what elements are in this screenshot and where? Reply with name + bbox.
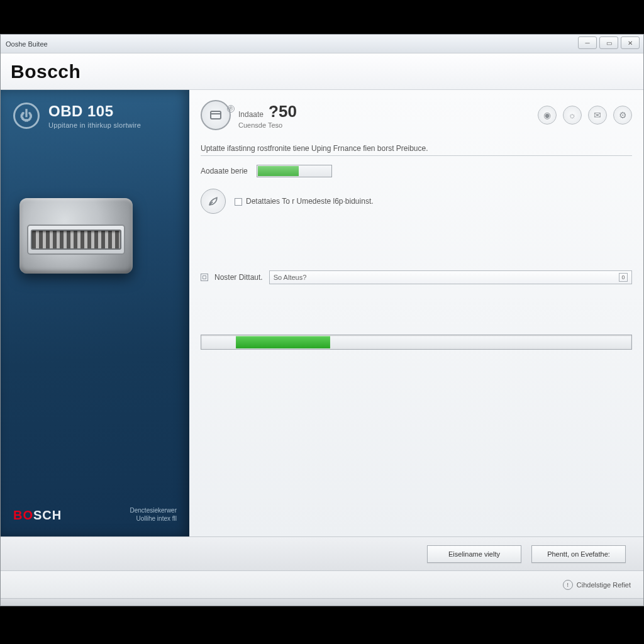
notice-row: Detattaies To r Umedeste l6p·biduinst.: [201, 189, 632, 214]
field-icon: [201, 274, 208, 281]
status-icon: !: [563, 580, 573, 590]
app-window: Ooshe Buitee ─ ▭ ✕ Boscch ⏻ OBD 105 Uppi…: [0, 34, 644, 606]
main-panel: ® Indaate ?50 Cuensde Teso ◉ ☼ ✉ ⚙ Uptat…: [189, 90, 643, 536]
status-bar: ! Cihdelstige Refiet: [1, 570, 643, 598]
header-small-2: Cuensde Teso: [238, 121, 297, 129]
update-icon: ®: [201, 100, 231, 130]
update-label: Aodaate berie: [201, 167, 248, 175]
window-controls: ─ ▭ ✕: [578, 36, 640, 49]
update-row: Aodaate berie: [201, 165, 632, 177]
brand-header: Boscch: [1, 53, 643, 90]
notice-checkbox[interactable]: [235, 198, 242, 206]
primary-button[interactable]: Phentt, on Evefathe:: [531, 545, 626, 563]
close-button[interactable]: ✕: [621, 36, 640, 49]
bosch-logo: BOSCH: [13, 508, 62, 523]
field-input[interactable]: So Alteus? 0: [269, 270, 632, 284]
tool-icon-3[interactable]: ✉: [588, 106, 607, 125]
mini-progress: [257, 165, 332, 177]
field-stepper[interactable]: 0: [619, 273, 628, 282]
section-title: Uptatte ifastinng rostfronite tiene Upin…: [201, 144, 632, 156]
main-progress: [201, 335, 632, 350]
titlebar: Ooshe Buitee ─ ▭ ✕: [1, 35, 643, 53]
tool-icon-4[interactable]: ⚙: [613, 106, 632, 125]
svg-rect-0: [211, 111, 221, 119]
button-bar: Eiseliname vielty Phentt, on Evefathe:: [1, 536, 643, 570]
product-title: OBD 105: [48, 103, 141, 120]
header-icon-group: ◉ ☼ ✉ ⚙: [538, 106, 632, 125]
notice-text: Detattaies To r Umedeste l6p·biduinst.: [246, 197, 374, 206]
window-title: Ooshe Buitee: [4, 40, 48, 48]
main-header: ® Indaate ?50 Cuensde Teso ◉ ☼ ✉ ⚙: [201, 100, 632, 130]
header-small-1: Indaate: [238, 110, 264, 119]
secondary-button[interactable]: Eiseliname vielty: [427, 545, 521, 563]
body: ⏻ OBD 105 Uppitane in ithirkup slortwire…: [1, 90, 643, 536]
field-value: So Alteus?: [274, 274, 307, 281]
main-progress-fill: [236, 336, 330, 348]
sidebar-header: ⏻ OBD 105 Uppitane in ithirkup slortwire: [13, 103, 177, 129]
device-image: [19, 198, 133, 274]
sidebar-footer-text: Denctesiekerwer Uollihe intex fll: [130, 506, 177, 523]
mini-progress-fill: [258, 166, 299, 176]
brand-name: Boscch: [11, 61, 80, 82]
registered-icon: ®: [227, 105, 235, 113]
leaf-icon: [201, 189, 226, 214]
window-footer-divider: [1, 598, 643, 606]
sidebar-footer: BOSCH Denctesiekerwer Uollihe intex fll: [13, 506, 177, 526]
field-row: Noster Dittaut. So Alteus? 0: [201, 270, 632, 284]
status-text: Cihdelstige Refiet: [577, 581, 631, 589]
maximize-button[interactable]: ▭: [599, 36, 618, 49]
product-subtitle: Uppitane in ithirkup slortwire: [48, 121, 141, 129]
tool-icon-1[interactable]: ◉: [538, 106, 557, 125]
minimize-button[interactable]: ─: [578, 36, 597, 49]
tool-icon-2[interactable]: ☼: [563, 106, 582, 125]
sidebar: ⏻ OBD 105 Uppitane in ithirkup slortwire…: [1, 90, 189, 536]
field-label: Noster Dittaut.: [214, 273, 263, 282]
product-icon: ⏻: [13, 103, 40, 129]
header-number: ?50: [269, 102, 297, 121]
